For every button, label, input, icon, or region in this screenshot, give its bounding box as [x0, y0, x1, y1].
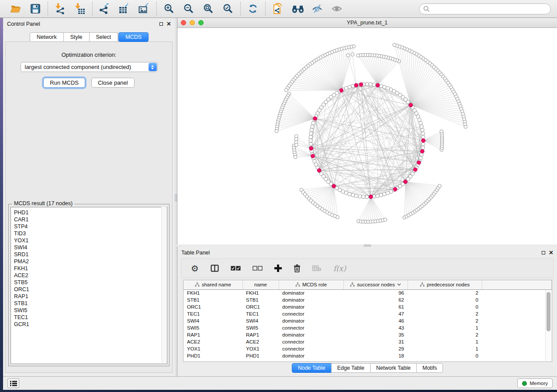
cell-mcds_role[interactable]: connector [279, 324, 343, 331]
list-item[interactable]: GCR1 [14, 321, 167, 328]
list-item[interactable]: PHD1 [14, 209, 167, 216]
list-item[interactable]: STB1 [14, 300, 167, 307]
cell-mcds_role[interactable]: dominator [279, 303, 343, 310]
cell-shared_name[interactable]: ORC1 [183, 303, 242, 310]
memory-button[interactable]: Memory [517, 378, 553, 388]
zoom-selected-button[interactable] [222, 3, 234, 15]
tab-motifs[interactable]: Motifs [416, 363, 443, 373]
cell-shared_name[interactable]: RAP1 [183, 331, 242, 338]
show-columns-button[interactable] [211, 265, 219, 272]
cell-shared_name[interactable]: TEC1 [183, 310, 242, 317]
cell-shared_name[interactable]: PHD1 [183, 352, 242, 359]
close-panel-icon[interactable]: × [167, 22, 171, 26]
zoom-fit-button[interactable] [202, 3, 214, 15]
close-panel-icon[interactable]: × [549, 251, 553, 255]
cell-mcds_role[interactable]: connector [279, 338, 343, 345]
cell-successor_nodes[interactable]: 61 [343, 303, 408, 310]
cell-shared_name[interactable]: ACE2 [183, 338, 242, 345]
list-item[interactable]: TEC1 [14, 314, 167, 321]
network-canvas[interactable] [177, 28, 557, 244]
tab-edge-table[interactable]: Edge Table [331, 363, 370, 373]
table-row[interactable]: SWI4SWI4dominator462 [183, 317, 552, 324]
cell-name[interactable]: RAP1 [242, 331, 279, 338]
cell-name[interactable]: SWI4 [242, 317, 279, 324]
unselect-all-button[interactable] [253, 266, 263, 271]
cell-successor_nodes[interactable]: 18 [343, 352, 408, 359]
table-settings-button[interactable]: ⚙ [191, 264, 199, 273]
save-session-button[interactable] [29, 3, 42, 15]
list-item[interactable]: FKH1 [14, 265, 167, 272]
tab-style[interactable]: Style [63, 32, 90, 42]
list-item[interactable]: PMA2 [14, 258, 167, 265]
column-header-MCDS-role[interactable]: MCDS role [279, 280, 343, 289]
cell-successor_nodes[interactable]: 43 [343, 324, 408, 331]
export-network-button[interactable] [99, 3, 111, 15]
list-item[interactable]: STP4 [14, 223, 167, 230]
show-task-history-button[interactable] [7, 378, 19, 388]
network-view[interactable] [177, 28, 557, 244]
table-row[interactable]: TEC1TEC1connector472 [183, 310, 552, 317]
cell-mcds_role[interactable]: dominator [279, 289, 343, 296]
cell-predecessor_nodes[interactable]: 2 [408, 310, 482, 317]
column-header-successor-nodes[interactable]: successor nodes [343, 280, 408, 289]
node-table[interactable]: shared namenameMCDS rolesuccessor nodesp… [183, 280, 552, 362]
mcds-result-list[interactable]: PHD1CAR1STP4TID3YOX1SWI4SRD1PMA2FKH1ACE2… [10, 207, 167, 364]
cell-name[interactable]: STB1 [242, 296, 279, 303]
table-row[interactable]: STB1STB1dominator620 [183, 296, 552, 303]
table-row[interactable]: FKH1FKH1dominator962 [183, 289, 552, 296]
list-item[interactable]: CAR1 [14, 216, 167, 223]
column-header-shared-name[interactable]: shared name [183, 280, 242, 289]
list-item[interactable]: RAP1 [14, 293, 167, 300]
cell-shared_name[interactable]: YOX1 [183, 345, 242, 352]
scrollbar-thumb[interactable] [547, 292, 550, 331]
cell-successor_nodes[interactable]: 31 [343, 338, 408, 345]
table-row[interactable]: PHD1PHD1dominator180 [183, 352, 552, 359]
network-titlebar[interactable]: YPA_prune.txt_1 [177, 18, 557, 28]
cell-name[interactable]: ORC1 [242, 303, 279, 310]
import-network-button[interactable] [54, 3, 66, 15]
cell-name[interactable]: SWI5 [242, 324, 279, 331]
tab-mcds[interactable]: MCDS [118, 32, 149, 42]
cell-successor_nodes[interactable]: 35 [343, 331, 408, 338]
show-graphics-details-button[interactable] [331, 3, 343, 15]
run-mcds-button[interactable]: Run MCDS [43, 78, 85, 88]
cell-predecessor_nodes[interactable]: 2 [408, 289, 482, 296]
tab-network-table[interactable]: Network Table [370, 363, 417, 373]
cell-mcds_role[interactable]: dominator [279, 296, 343, 303]
cell-mcds_role[interactable]: connector [279, 310, 343, 317]
cell-predecessor_nodes[interactable]: 1 [408, 338, 482, 345]
mcds-result-scrollbar[interactable] [161, 207, 166, 363]
cell-name[interactable]: PHD1 [242, 352, 279, 359]
cell-mcds_role[interactable]: dominator [279, 317, 343, 324]
table-row[interactable]: RAP1RAP1dominator352 [183, 331, 552, 338]
cell-shared_name[interactable]: SWI5 [183, 324, 242, 331]
table-row[interactable]: ACE2ACE2connector311 [183, 338, 552, 345]
cell-successor_nodes[interactable]: 46 [343, 317, 408, 324]
zoom-out-button[interactable] [183, 3, 195, 15]
cell-predecessor_nodes[interactable]: 1 [408, 345, 482, 352]
cell-predecessor_nodes[interactable]: 0 [408, 352, 482, 359]
cell-shared_name[interactable]: FKH1 [183, 289, 242, 296]
cell-mcds_role[interactable]: connector [279, 345, 343, 352]
table-scrollbar[interactable] [545, 290, 552, 361]
tab-network[interactable]: Network [30, 32, 64, 42]
cell-name[interactable]: YOX1 [242, 345, 279, 352]
cell-predecessor_nodes[interactable]: 0 [408, 303, 482, 310]
delete-column-button[interactable] [294, 264, 301, 272]
select-all-button[interactable] [231, 266, 241, 271]
list-item[interactable]: ACE2 [14, 272, 167, 279]
cell-name[interactable]: TEC1 [242, 310, 279, 317]
criterion-dropdown[interactable]: largest connected component (undirected) [21, 62, 158, 72]
close-panel-button[interactable]: Close panel [91, 78, 135, 88]
float-panel-icon[interactable] [542, 251, 545, 254]
search-field[interactable] [419, 3, 551, 14]
export-image-button[interactable] [138, 3, 150, 15]
search-input[interactable] [432, 5, 547, 12]
table-row[interactable]: SWI5SWI5connector431 [183, 324, 552, 331]
zoom-in-button[interactable] [163, 3, 175, 15]
list-item[interactable]: SWI5 [14, 307, 167, 314]
tab-node-table[interactable]: Node Table [292, 363, 332, 373]
list-item[interactable]: ORC1 [14, 286, 167, 293]
import-table-button[interactable] [74, 3, 86, 15]
cell-name[interactable]: ACE2 [242, 338, 279, 345]
